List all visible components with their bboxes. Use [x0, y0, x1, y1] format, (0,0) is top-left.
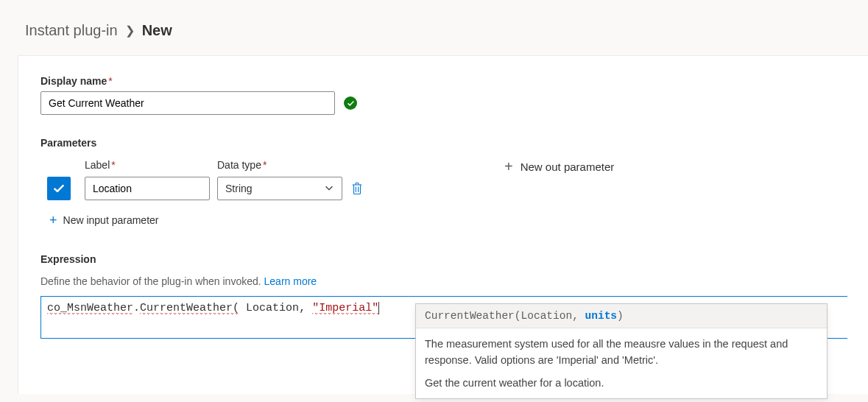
success-check-icon [344, 96, 357, 110]
plus-icon: + [504, 159, 513, 174]
parameter-type-select[interactable]: String [217, 177, 342, 200]
delete-parameter-button[interactable] [350, 181, 364, 196]
intellisense-tooltip: CurrentWeather(Location, units) The meas… [415, 303, 828, 399]
learn-more-link[interactable]: Learn more [264, 275, 317, 287]
required-indicator: * [111, 159, 115, 171]
new-out-parameter-button[interactable]: + New out parameter [504, 159, 614, 174]
column-header-label: Label* [85, 159, 210, 171]
text-cursor [378, 302, 379, 314]
expression-help-text: Define the behavior of the plug-in when … [40, 275, 847, 287]
breadcrumb-current: New [142, 22, 172, 39]
chevron-right-icon: ❯ [125, 24, 135, 38]
new-input-parameter-button[interactable]: + New input parameter [48, 211, 160, 230]
plus-icon: + [49, 214, 57, 227]
breadcrumb: Instant plug-in ❯ New [0, 0, 868, 39]
parameter-label-input[interactable] [85, 177, 210, 200]
intellisense-method-help: Get the current weather for a location. [416, 373, 827, 398]
display-name-input[interactable] [40, 91, 335, 115]
intellisense-param-help: The measurement system used for all the … [416, 328, 827, 373]
parameter-checkbox[interactable] [47, 177, 71, 200]
required-indicator: * [108, 75, 112, 87]
parameter-type-value: String [225, 183, 253, 194]
intellisense-signature: CurrentWeather(Location, units) [416, 304, 827, 328]
form-card: Display name* Parameters Label* Data typ… [18, 55, 868, 394]
chevron-down-icon [324, 183, 334, 195]
display-name-label: Display name* [40, 75, 847, 87]
expression-heading: Expression [40, 253, 847, 265]
column-header-datatype: Data type* [217, 159, 342, 171]
parameters-heading: Parameters [40, 137, 847, 149]
breadcrumb-parent-link[interactable]: Instant plug-in [25, 22, 118, 39]
required-indicator: * [263, 159, 267, 171]
